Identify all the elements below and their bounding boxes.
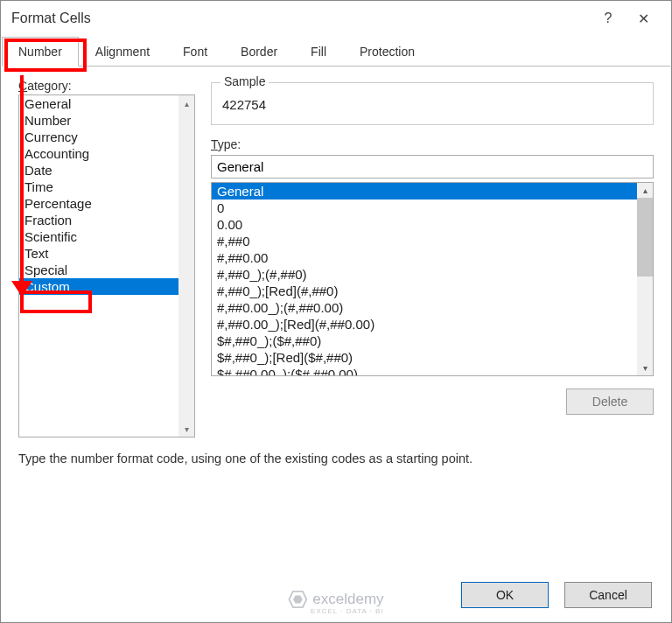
tab-alignment[interactable]: Alignment xyxy=(79,37,166,66)
svg-marker-1 xyxy=(293,595,303,603)
scroll-down-icon[interactable]: ▾ xyxy=(637,360,653,375)
tab-fill[interactable]: Fill xyxy=(294,37,343,66)
sample-legend: Sample xyxy=(220,74,269,88)
category-item-currency[interactable]: Currency xyxy=(19,129,194,145)
watermark-text: exceldemy xyxy=(312,591,383,608)
sample-groupbox: Sample 422754 xyxy=(211,82,654,125)
category-item-general[interactable]: General xyxy=(19,95,194,112)
category-item-accounting[interactable]: Accounting xyxy=(19,145,194,162)
titlebar: Format Cells ? ✕ xyxy=(1,1,671,36)
type-item[interactable]: General xyxy=(212,183,653,200)
tab-protection[interactable]: Protection xyxy=(343,37,431,66)
type-input[interactable] xyxy=(211,155,654,178)
category-item-percentage[interactable]: Percentage xyxy=(19,195,194,212)
type-item[interactable]: 0.00 xyxy=(212,216,653,233)
type-item[interactable]: $#,##0.00_);($#,##0.00) xyxy=(212,366,653,376)
tab-content: Category: GeneralNumberCurrencyAccountin… xyxy=(1,66,671,466)
type-section: Type: General00.00#,##0#,##0.00#,##0_);(… xyxy=(211,137,654,376)
category-column: Category: GeneralNumberCurrencyAccountin… xyxy=(18,79,195,438)
type-item[interactable]: $#,##0_);[Red]($#,##0) xyxy=(212,349,653,366)
type-item[interactable]: 0 xyxy=(212,200,653,216)
category-item-date[interactable]: Date xyxy=(19,162,194,178)
delete-row: Delete xyxy=(211,388,654,415)
type-item[interactable]: #,##0.00_);[Red](#,##0.00) xyxy=(212,316,653,332)
category-item-scientific[interactable]: Scientific xyxy=(19,228,194,245)
hint-text: Type the number format code, using one o… xyxy=(18,452,654,466)
category-listbox[interactable]: GeneralNumberCurrencyAccountingDateTimeP… xyxy=(18,94,195,438)
scrollbar-track[interactable] xyxy=(178,95,194,437)
tab-number[interactable]: Number xyxy=(2,37,79,66)
scroll-down-icon[interactable]: ▾ xyxy=(178,421,194,437)
category-item-number[interactable]: Number xyxy=(19,112,194,129)
type-item[interactable]: #,##0 xyxy=(212,233,653,249)
close-button[interactable]: ✕ xyxy=(626,10,661,27)
watermark: exceldemy EXCEL · DATA · BI xyxy=(288,591,383,608)
type-label: Type: xyxy=(211,137,654,151)
help-button[interactable]: ? xyxy=(591,10,626,26)
format-cells-dialog: Format Cells ? ✕ Number Alignment Font B… xyxy=(0,0,672,623)
category-label: Category: xyxy=(18,79,195,93)
scroll-up-icon[interactable]: ▴ xyxy=(178,95,194,111)
type-item[interactable]: $#,##0_);($#,##0) xyxy=(212,332,653,349)
right-column: Sample 422754 Type: General00.00#,##0#,#… xyxy=(211,79,654,438)
category-item-custom[interactable]: Custom xyxy=(19,278,194,295)
category-item-special[interactable]: Special xyxy=(19,262,194,278)
tab-border[interactable]: Border xyxy=(224,37,294,66)
dialog-footer: OK Cancel xyxy=(461,582,652,608)
logo-icon xyxy=(288,591,307,608)
scroll-up-icon[interactable]: ▴ xyxy=(637,183,653,198)
tab-strip: Number Alignment Font Border Fill Protec… xyxy=(2,36,670,66)
scrollbar-thumb[interactable] xyxy=(637,198,653,276)
type-item[interactable]: #,##0_);(#,##0) xyxy=(212,266,653,283)
category-item-time[interactable]: Time xyxy=(19,178,194,195)
type-item[interactable]: #,##0.00_);(#,##0.00) xyxy=(212,299,653,316)
sample-value: 422754 xyxy=(222,92,642,112)
watermark-sub: EXCEL · DATA · BI xyxy=(311,607,384,615)
dialog-title: Format Cells xyxy=(11,10,591,26)
type-item[interactable]: #,##0_);[Red](#,##0) xyxy=(212,283,653,299)
delete-button: Delete xyxy=(566,388,654,415)
category-item-fraction[interactable]: Fraction xyxy=(19,212,194,228)
type-listbox[interactable]: General00.00#,##0#,##0.00#,##0_);(#,##0)… xyxy=(211,182,654,376)
ok-button[interactable]: OK xyxy=(461,582,549,608)
cancel-button[interactable]: Cancel xyxy=(564,582,652,608)
category-item-text[interactable]: Text xyxy=(19,245,194,262)
tab-font[interactable]: Font xyxy=(166,37,224,66)
type-item[interactable]: #,##0.00 xyxy=(212,249,653,266)
